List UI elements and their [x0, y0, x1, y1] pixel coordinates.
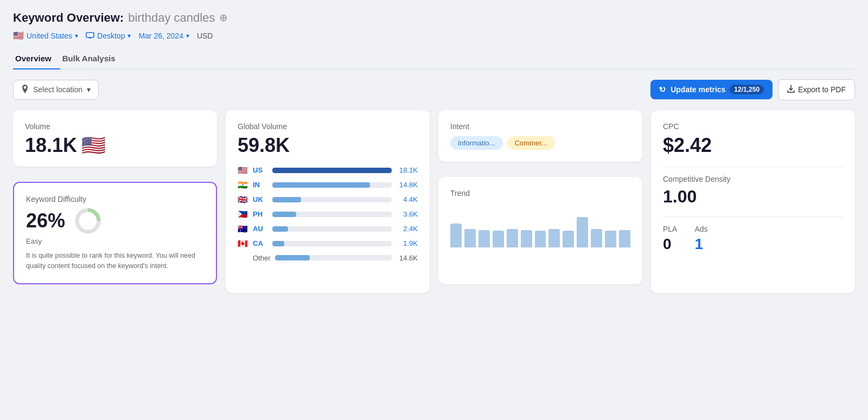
val-in: 14.8K	[396, 181, 418, 189]
update-metrics-label: Update metrics	[671, 85, 725, 94]
select-location-chevron-icon: ▾	[87, 85, 91, 94]
global-volume-value: 59.8K	[238, 134, 418, 157]
kd-difficulty-label: Easy	[26, 237, 204, 245]
kd-description: It is quite possible to rank for this ke…	[26, 251, 204, 272]
date-selector[interactable]: Mar 26, 2024 ▾	[138, 31, 189, 40]
bar-track-us	[272, 168, 392, 173]
country-row-in: 🇮🇳 IN 14.8K	[238, 180, 418, 190]
trend-bar-12	[605, 231, 616, 247]
cpc-divider	[663, 167, 843, 167]
tab-overview[interactable]: Overview	[13, 49, 60, 69]
trend-bar-2	[464, 229, 476, 247]
location-label: United States	[27, 31, 72, 40]
device-label: Desktop	[97, 31, 125, 40]
volume-card: Volume 18.1K 🇺🇸	[13, 110, 217, 167]
location-selector[interactable]: 🇺🇸 United States ▾	[13, 30, 78, 41]
country-row-uk: 🇬🇧 UK 4.4K	[238, 195, 418, 205]
keyword-text: birthday candles	[128, 11, 215, 25]
volume-flag: 🇺🇸	[81, 134, 106, 157]
export-button[interactable]: Export to PDF	[778, 79, 855, 100]
country-row-ph: 🇵🇭 PH 3.6K	[238, 209, 418, 219]
code-in: IN	[253, 181, 268, 189]
device-chevron-icon: ▾	[127, 32, 131, 40]
flag-au: 🇦🇺	[238, 224, 248, 234]
bar-fill-uk	[272, 197, 301, 202]
country-bar-list: 🇺🇸 US 18.1K 🇮🇳 IN 14.8K 🇬🇧 UK	[238, 166, 418, 263]
left-column: Volume 18.1K 🇺🇸 Keyword Difficulty 26% E…	[13, 110, 217, 285]
bar-fill-ph	[272, 212, 296, 217]
ads-item: Ads 1	[694, 225, 707, 253]
trend-chart	[450, 204, 630, 247]
val-ca: 1.9K	[396, 239, 418, 247]
bar-fill-other	[275, 255, 310, 260]
intent-card: Intent Informatio... Commer...	[438, 110, 642, 162]
bar-track-ca	[272, 241, 392, 246]
trend-label: Trend	[450, 189, 630, 198]
bar-fill-ca	[272, 241, 284, 246]
bar-track-uk	[272, 197, 392, 202]
code-us: US	[253, 166, 268, 174]
trend-card: Trend	[438, 177, 642, 285]
tabs-row: Overview Bulk Analysis	[13, 49, 855, 69]
trend-bar-9	[563, 231, 574, 247]
comp-density-divider	[663, 217, 843, 217]
monitor-icon	[86, 32, 94, 39]
pla-value: 0	[663, 236, 677, 253]
update-metrics-button[interactable]: ↻ Update metrics 12/1,250	[650, 80, 773, 99]
flag-uk: 🇬🇧	[238, 195, 248, 205]
global-volume-label: Global Volume	[238, 122, 418, 131]
date-chevron-icon: ▾	[186, 32, 189, 40]
trend-bar-4	[493, 231, 504, 247]
bar-fill-in	[272, 182, 370, 188]
title-prefix: Keyword Overview:	[13, 11, 124, 25]
toolbar-right: ↻ Update metrics 12/1,250 Export to PDF	[650, 79, 855, 100]
keyword-difficulty-card: Keyword Difficulty 26% Easy It is quite …	[13, 182, 217, 285]
toolbar-row: Select location ▾ ↻ Update metrics 12/1,…	[13, 79, 855, 100]
val-us: 18.1K	[396, 166, 418, 174]
bar-track-ph	[272, 212, 392, 217]
select-location-button[interactable]: Select location ▾	[13, 80, 99, 100]
location-flag: 🇺🇸	[13, 30, 24, 41]
header-controls: 🇺🇸 United States ▾ Desktop ▾ Mar 26, 202…	[13, 30, 855, 41]
pla-label: PLA	[663, 225, 677, 233]
page-header: Keyword Overview: birthday candles ⊕ 🇺🇸 …	[13, 11, 855, 41]
bar-fill-au	[272, 226, 288, 232]
page-title: Keyword Overview: birthday candles ⊕	[13, 11, 855, 25]
val-ph: 3.6K	[396, 210, 418, 218]
global-volume-card: Global Volume 59.8K 🇺🇸 US 18.1K 🇮🇳 IN 14…	[226, 110, 430, 294]
cpc-card: CPC $2.42 Competitive Density 1.00 PLA 0…	[651, 110, 855, 294]
device-selector[interactable]: Desktop ▾	[86, 31, 131, 40]
val-other: 14.6K	[396, 254, 418, 262]
trend-bar-11	[591, 229, 602, 247]
select-location-label: Select location	[33, 85, 82, 94]
comp-density-value: 1.00	[663, 187, 843, 207]
intent-label: Intent	[450, 122, 630, 131]
flag-ph: 🇵🇭	[238, 209, 248, 219]
export-label: Export to PDF	[798, 85, 846, 94]
trend-bar-13	[619, 230, 630, 247]
cards-grid: Volume 18.1K 🇺🇸 Keyword Difficulty 26% E…	[13, 110, 855, 294]
export-icon	[787, 85, 795, 95]
country-row-ca: 🇨🇦 CA 1.9K	[238, 239, 418, 249]
flag-us: 🇺🇸	[238, 166, 248, 175]
tab-bulk-analysis[interactable]: Bulk Analysis	[60, 49, 124, 69]
intent-tags: Informatio... Commer...	[450, 136, 630, 150]
trend-bar-10	[577, 217, 588, 247]
kd-donut-chart	[74, 207, 102, 235]
trend-bar-5	[507, 229, 518, 247]
bar-fill-us	[272, 168, 392, 173]
date-label: Mar 26, 2024	[138, 31, 183, 40]
svg-rect-0	[86, 33, 94, 37]
comp-density-label: Competitive Density	[663, 175, 843, 183]
cpc-value: $2.42	[663, 134, 843, 157]
country-row-au: 🇦🇺 AU 2.4K	[238, 224, 418, 234]
add-keyword-icon[interactable]: ⊕	[219, 12, 227, 24]
code-other: Other	[253, 254, 271, 262]
kd-percent: 26%	[26, 209, 65, 232]
volume-value: 18.1K 🇺🇸	[25, 134, 205, 157]
refresh-icon: ↻	[658, 84, 668, 95]
intent-tag-informational: Informatio...	[450, 136, 503, 150]
metrics-count-badge: 12/1,250	[730, 85, 764, 94]
code-ca: CA	[253, 239, 268, 247]
pla-item: PLA 0	[663, 225, 677, 253]
